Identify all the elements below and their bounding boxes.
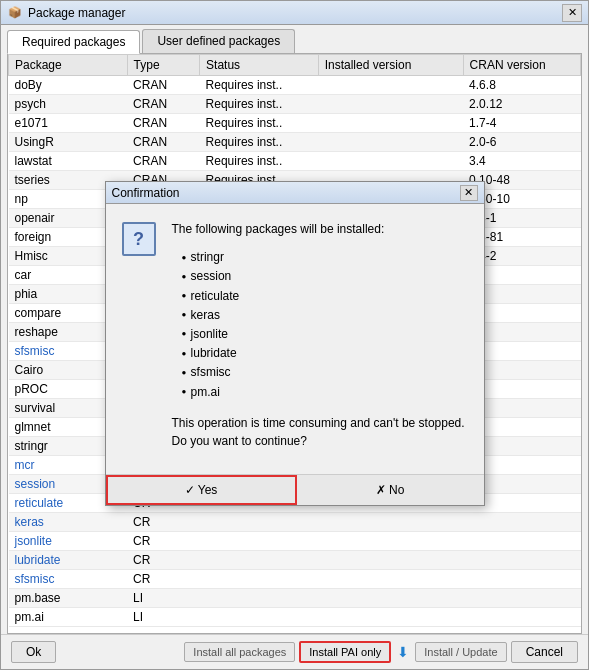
close-button[interactable]: ✕ [562,4,582,22]
list-item: pm.ai [182,383,468,402]
download-icon: ⬇ [397,644,409,660]
bottom-right-buttons: Install all packages Install PAI only ⬇ … [184,641,578,663]
list-item: keras [182,306,468,325]
no-button[interactable]: ✗ No [297,475,484,505]
dialog-body: ? The following packages will be install… [106,204,484,466]
window-title: Package manager [28,6,562,20]
list-item: sfsmisc [182,363,468,382]
list-item: reticulate [182,287,468,306]
cancel-button[interactable]: Cancel [511,641,578,663]
list-item: session [182,267,468,286]
dialog-footer: ✓ Yes ✗ No [106,474,484,505]
tab-user-defined-packages[interactable]: User defined packages [142,29,295,53]
dialog-overlay: Confirmation ✕ ? The following packages … [8,54,581,633]
yes-button[interactable]: ✓ Yes [106,475,297,505]
main-window: 📦 Package manager ✕ Required packages Us… [0,0,589,670]
dialog-title: Confirmation [112,186,460,200]
package-list: stringrsessionreticulatekerasjsonlitelub… [182,248,468,402]
install-pai-button[interactable]: Install PAI only [299,641,391,663]
title-bar: 📦 Package manager ✕ [1,1,588,25]
ok-button[interactable]: Ok [11,641,56,663]
dialog-warning: This operation is time consuming and can… [172,414,468,450]
bottom-bar: Ok Install all packages Install PAI only… [1,634,588,669]
dialog-close-button[interactable]: ✕ [460,185,478,201]
dialog-message: The following packages will be installed… [172,220,468,238]
list-item: jsonlite [182,325,468,344]
list-item: stringr [182,248,468,267]
dialog-icon-area: ? [122,220,162,450]
tab-required-packages[interactable]: Required packages [7,30,140,54]
bottom-left-buttons: Ok [11,641,56,663]
confirmation-dialog: Confirmation ✕ ? The following packages … [105,181,485,506]
dialog-title-bar: Confirmation ✕ [106,182,484,204]
install-all-button[interactable]: Install all packages [184,642,295,662]
tab-bar: Required packages User defined packages [1,25,588,53]
content-area: Package Type Status Installed version CR… [7,53,582,634]
dialog-content: The following packages will be installed… [172,220,468,450]
question-icon: ? [122,222,156,256]
install-update-button[interactable]: Install / Update [415,642,506,662]
window-icon: 📦 [7,5,23,21]
list-item: lubridate [182,344,468,363]
